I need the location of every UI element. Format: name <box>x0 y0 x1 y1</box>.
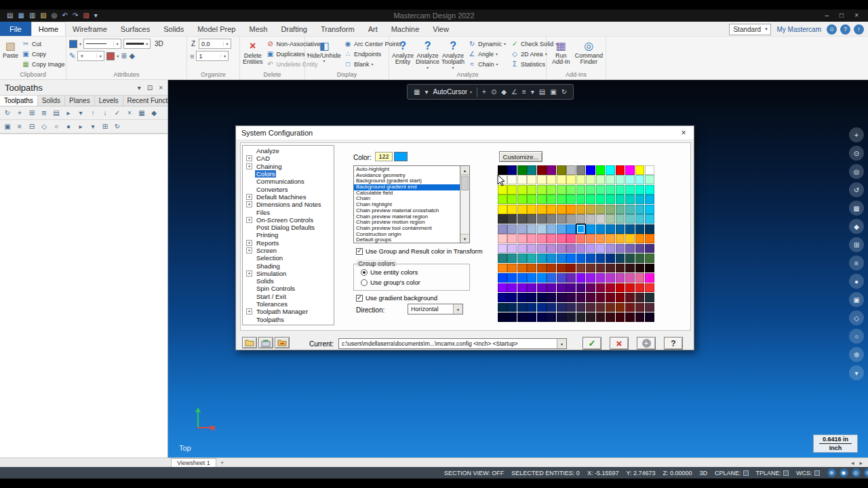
cut-button[interactable]: ✂Cut <box>20 39 66 49</box>
transform-color-checkbox[interactable]: ✓ Use Group and Result color in Transfor… <box>356 247 483 255</box>
palette-color-9-1[interactable] <box>507 253 517 263</box>
panel-tool-1-11-icon[interactable]: × <box>124 108 135 118</box>
palette-color-5-2[interactable] <box>517 214 527 224</box>
panel-tab-planes[interactable]: Planes <box>65 96 95 106</box>
palette-color-0-1[interactable] <box>507 165 517 175</box>
palette-color-9-5[interactable] <box>547 253 556 263</box>
expand-icon[interactable]: + <box>246 240 252 246</box>
delete-entities-button[interactable]: × Delete Entities <box>243 39 263 66</box>
paste-button[interactable]: ▧ Paste <box>3 39 18 59</box>
palette-color-10-8[interactable] <box>576 264 586 273</box>
palette-color-1-5[interactable] <box>547 175 556 184</box>
tree-item-toolpaths[interactable]: Toolpaths <box>243 316 334 323</box>
panel-tool-1-12-icon[interactable]: ▦ <box>136 108 147 118</box>
copy-button[interactable]: ▣Copy <box>20 49 66 59</box>
ribbon-tab-view[interactable]: View <box>426 22 456 36</box>
palette-color-4-14[interactable] <box>635 205 645 214</box>
selection-bar-tool-8-icon[interactable]: ▣ <box>550 88 556 96</box>
gradient-background-checkbox[interactable]: ✓ Use gradient background <box>356 294 437 302</box>
palette-color-7-4[interactable] <box>537 234 547 243</box>
palette-color-6-10[interactable] <box>596 224 606 234</box>
chevron-down-icon[interactable] <box>117 54 119 58</box>
palette-color-10-12[interactable] <box>616 264 625 273</box>
ribbon-tab-drafting[interactable]: Drafting <box>274 22 314 36</box>
palette-color-4-10[interactable] <box>596 205 606 214</box>
cplane-selector-plane-icon[interactable] <box>743 470 749 476</box>
selection-bar-tool-6-icon[interactable]: ▾ <box>531 88 534 96</box>
palette-color-6-2[interactable] <box>517 224 527 234</box>
palette-color-4-4[interactable] <box>537 205 547 214</box>
palette-color-9-6[interactable] <box>557 253 566 263</box>
palette-color-5-12[interactable] <box>616 214 625 224</box>
palette-color-0-5[interactable] <box>547 165 556 175</box>
angle-button[interactable]: ∠Angle <box>467 49 507 59</box>
palette-color-3-14[interactable] <box>635 195 645 204</box>
selection-bar-tool-9-icon[interactable]: ↻ <box>561 88 567 96</box>
palette-color-8-0[interactable] <box>498 244 507 253</box>
run-add-in-button[interactable]: ▦ Run Add-In <box>549 39 572 66</box>
undo-icon[interactable]: ↶ <box>62 9 68 22</box>
level-number-dropdown[interactable]: 1 <box>196 51 229 61</box>
expand-icon[interactable]: + <box>246 308 252 314</box>
recent-files-icon[interactable]: ▨ <box>83 9 89 22</box>
palette-color-14-11[interactable] <box>606 303 615 312</box>
palette-color-10-15[interactable] <box>645 264 654 273</box>
palette-color-11-14[interactable] <box>635 273 645 283</box>
palette-color-15-13[interactable] <box>625 312 635 322</box>
palette-color-1-15[interactable] <box>645 175 654 184</box>
palette-color-8-10[interactable] <box>596 244 606 253</box>
viewsheet-prev-button[interactable]: ◂ <box>851 460 854 466</box>
palette-color-3-9[interactable] <box>586 195 595 204</box>
palette-color-12-1[interactable] <box>507 283 517 293</box>
mode-3d-toggle[interactable]: 3D <box>700 470 708 476</box>
expand-icon[interactable]: + <box>246 270 252 277</box>
palette-color-8-12[interactable] <box>616 244 625 253</box>
add-viewsheet-button[interactable]: + <box>220 460 224 466</box>
palette-color-14-7[interactable] <box>566 303 576 312</box>
palette-color-2-0[interactable] <box>498 185 507 195</box>
panel-tool-1-4-icon[interactable]: ≣ <box>39 108 50 118</box>
new-file-icon[interactable]: ▤ <box>7 9 13 22</box>
expand-icon[interactable]: + <box>246 201 252 207</box>
palette-color-12-9[interactable] <box>586 283 595 293</box>
palette-color-0-14[interactable] <box>635 165 645 175</box>
dynamic-button[interactable]: ↻Dynamic <box>467 39 507 49</box>
quick-mask-button-11[interactable]: ◇ <box>849 310 864 325</box>
palette-color-5-8[interactable] <box>576 214 586 224</box>
palette-color-1-11[interactable] <box>606 175 615 184</box>
quick-mask-button-14[interactable]: ▾ <box>849 365 864 380</box>
palette-color-1-7[interactable] <box>566 175 576 184</box>
palette-color-10-2[interactable] <box>517 264 527 273</box>
status-globe-icon-3[interactable]: ◎ <box>852 468 861 477</box>
scroll-down-icon[interactable]: ▾ <box>460 234 469 243</box>
copy-image-button[interactable]: ▦Copy Image <box>20 59 66 69</box>
selection-bar-tool-5-icon[interactable]: ≡ <box>522 88 526 96</box>
palette-color-2-3[interactable] <box>527 185 536 195</box>
palette-color-15-10[interactable] <box>596 312 606 322</box>
palette-color-11-13[interactable] <box>625 273 635 283</box>
palette-color-9-11[interactable] <box>606 253 615 263</box>
dialog-titlebar[interactable]: System Configuration × <box>236 126 694 140</box>
line-width-dropdown[interactable] <box>123 39 151 49</box>
autocursor-dropdown[interactable]: AutoCursor <box>433 88 472 96</box>
panel-close-icon[interactable]: × <box>159 84 163 92</box>
direction-dropdown[interactable]: Horizontal <box>408 304 463 314</box>
palette-color-14-4[interactable] <box>537 303 547 312</box>
palette-color-13-11[interactable] <box>606 293 615 302</box>
ribbon-tab-home[interactable]: Home <box>31 22 66 36</box>
tree-item-tolerances[interactable]: Tolerances <box>243 300 334 308</box>
palette-color-15-2[interactable] <box>517 312 527 322</box>
panel-tab-toolpaths[interactable]: Toolpaths <box>0 96 38 106</box>
palette-color-13-2[interactable] <box>517 293 527 302</box>
palette-color-0-11[interactable] <box>606 165 615 175</box>
palette-color-1-9[interactable] <box>586 175 595 184</box>
panel-tool-1-2-icon[interactable]: + <box>14 108 25 118</box>
palette-color-12-11[interactable] <box>606 283 615 293</box>
palette-color-7-7[interactable] <box>566 234 576 243</box>
palette-color-11-9[interactable] <box>586 273 595 283</box>
palette-color-13-4[interactable] <box>537 293 547 302</box>
palette-color-9-13[interactable] <box>625 253 635 263</box>
palette-color-7-5[interactable] <box>547 234 556 243</box>
palette-color-11-12[interactable] <box>616 273 625 283</box>
palette-color-9-14[interactable] <box>635 253 645 263</box>
